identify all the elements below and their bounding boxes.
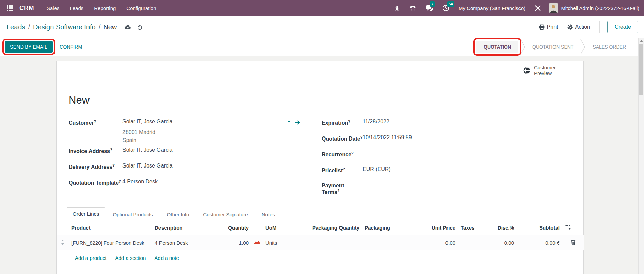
tab-customer-signature[interactable]: Customer Signature	[197, 209, 254, 220]
save-cloud-icon[interactable]	[124, 25, 131, 29]
tab-optional-products[interactable]: Optional Products	[107, 209, 159, 220]
add-product-link[interactable]: Add a product	[75, 255, 106, 261]
customer-preview-button[interactable]: Customer Preview	[517, 61, 583, 80]
action-label: Action	[575, 24, 590, 30]
dropdown-caret-icon[interactable]	[287, 121, 291, 123]
discard-undo-icon[interactable]	[137, 24, 142, 30]
menu-configuration[interactable]: Configuration	[126, 5, 156, 11]
order-line-row[interactable]: [FURN_8220] Four Person Desk 4 Person De…	[57, 235, 584, 250]
pricelist-value[interactable]: EUR (EUR)	[363, 166, 391, 172]
activities-clock-icon[interactable]: 54	[442, 5, 449, 11]
help-marker: ?	[351, 151, 354, 155]
col-taxes: Taxes	[458, 220, 481, 235]
customer-preview-label: Customer Preview	[534, 65, 556, 76]
messages-icon[interactable]: 7	[425, 5, 433, 11]
col-unit-price: Unit Price	[409, 220, 458, 235]
support-tools-icon[interactable]	[534, 5, 541, 12]
send-by-email-button[interactable]: SEND BY EMAIL	[5, 41, 53, 53]
user-avatar[interactable]	[549, 3, 558, 13]
add-section-link[interactable]: Add a section	[115, 255, 146, 261]
drag-handle-icon[interactable]	[57, 235, 69, 250]
col-quantity: Quantity	[219, 220, 251, 235]
control-panel: Leads / Design Software Info / New Print	[0, 16, 644, 38]
help-marker: ?	[337, 189, 340, 193]
scroll-up-arrow-icon[interactable]	[639, 38, 644, 44]
customer-label: Customer?	[69, 119, 122, 126]
stage-sales-order[interactable]: SALES ORDER	[587, 41, 632, 53]
statusbar: SEND BY EMAIL CONFIRM QUOTATION QUOTATIO…	[0, 38, 644, 56]
cell-taxes[interactable]	[458, 235, 481, 250]
menu-sales[interactable]: Sales	[47, 5, 60, 11]
col-subtotal: Subtotal	[517, 220, 562, 235]
tab-notes[interactable]: Notes	[256, 209, 281, 220]
action-button[interactable]: Action	[567, 24, 590, 30]
quotation-date-value[interactable]: 10/14/2022 11:59:59	[363, 134, 412, 141]
help-marker: ?	[94, 119, 96, 123]
breadcrumb-leads[interactable]: Leads	[7, 23, 25, 31]
cell-subtotal[interactable]: 0.00 €	[517, 235, 562, 250]
stage-quotation-sent[interactable]: QUOTATION SENT	[527, 41, 579, 53]
menu-leads[interactable]: Leads	[70, 5, 83, 11]
help-marker: ?	[360, 135, 363, 139]
vertical-scrollbar[interactable]	[638, 38, 644, 274]
quotation-template-label: Quotation Template?	[69, 179, 122, 186]
cell-packaging[interactable]	[362, 235, 409, 250]
create-button[interactable]: Create	[607, 21, 638, 33]
delivery-address-value[interactable]: Solar IT, Jose Garcia	[122, 163, 173, 169]
internal-link-arrow-icon[interactable]	[295, 120, 300, 125]
delivery-address-label: Delivery Address?	[69, 163, 122, 170]
col-packaging-quantity: Packaging Quantity	[303, 220, 362, 235]
tab-order-lines[interactable]: Order Lines	[67, 207, 105, 220]
cell-uom[interactable]: Units	[263, 235, 303, 250]
cell-packaging-quantity[interactable]	[303, 235, 362, 250]
voip-phone-icon[interactable]	[409, 5, 416, 11]
cell-quantity[interactable]: 1.00	[219, 235, 251, 250]
divider	[599, 21, 600, 33]
invoice-address-value[interactable]: Solar IT, Jose Garcia	[122, 147, 173, 153]
breadcrumb-current: New	[103, 23, 117, 31]
quotation-template-value[interactable]: 4 Person Desk	[122, 179, 158, 185]
stage-quotation[interactable]: QUOTATION	[476, 41, 518, 53]
cell-disc[interactable]: 0.00	[481, 235, 517, 250]
menu-reporting[interactable]: Reporting	[94, 5, 116, 11]
cell-description[interactable]: 4 Person Desk	[152, 235, 219, 250]
sheet-header-strip: Customer Preview	[57, 61, 583, 80]
toggle-columns-icon[interactable]	[562, 220, 584, 235]
cell-product[interactable]: [FURN_8220] Four Person Desk	[69, 235, 152, 250]
delete-row-trash-icon[interactable]	[562, 235, 584, 250]
col-uom: UoM	[263, 220, 303, 235]
debug-bug-icon[interactable]	[394, 5, 400, 11]
help-marker: ?	[119, 179, 121, 183]
print-button[interactable]: Print	[539, 24, 558, 30]
notebook-tabs: Order Lines Optional Products Other Info…	[57, 206, 583, 220]
expiration-value[interactable]: 11/28/2022	[363, 119, 389, 125]
user-menu[interactable]: Mitchell Admin (20222372-16-0-all)	[561, 5, 639, 11]
expiration-label: Expiration?	[322, 119, 363, 126]
recurrence-label: Recurrence?	[322, 150, 363, 158]
col-disc: Disc.%	[481, 220, 517, 235]
apps-menu-icon[interactable]	[7, 5, 13, 11]
handle-column-header	[57, 220, 69, 235]
breadcrumb-lead-name[interactable]: Design Software Info	[33, 23, 96, 31]
cell-unit-price[interactable]: 0.00	[409, 235, 458, 250]
pricelist-label: Pricelist?	[322, 166, 363, 174]
customer-input[interactable]: Solar IT, Jose Garcia	[122, 119, 291, 126]
content-area: Customer Preview New Customer?	[0, 56, 644, 274]
breadcrumb-separator: /	[28, 23, 30, 31]
tab-other-info[interactable]: Other Info	[161, 209, 195, 220]
company-switcher[interactable]: My Company (San Francisco)	[459, 5, 525, 11]
record-title: New	[69, 94, 571, 106]
help-marker: ?	[343, 167, 345, 171]
customer-value[interactable]: Solar IT, Jose Garcia	[122, 119, 173, 125]
list-footer-links: Add a product Add a section Add a note	[57, 250, 583, 266]
forecast-chart-icon[interactable]	[251, 235, 263, 250]
col-forecast	[251, 220, 263, 235]
confirm-button[interactable]: CONFIRM	[60, 44, 82, 50]
invoice-address-label: Invoice Address?	[69, 147, 122, 154]
add-note-link[interactable]: Add a note	[154, 255, 179, 261]
app-name[interactable]: CRM	[19, 4, 34, 12]
scrollbar-thumb[interactable]	[639, 44, 643, 95]
stage-chevron-icon	[580, 39, 585, 55]
customer-address: 28001 Madrid Spain	[122, 128, 300, 144]
form-sheet: Customer Preview New Customer?	[56, 61, 584, 274]
